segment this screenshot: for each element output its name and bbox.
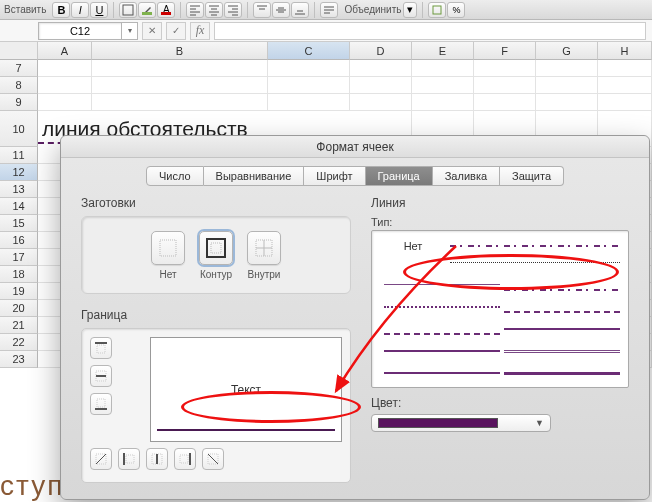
line-type-label: Тип: [371,216,629,228]
cell[interactable] [38,60,92,77]
row-header[interactable]: 20 [0,300,38,317]
preset-контур[interactable]: Контур [199,231,233,280]
valign-top-button[interactable] [253,2,271,18]
col-header[interactable]: C [268,42,350,60]
row-header[interactable]: 13 [0,181,38,198]
row-header[interactable]: 16 [0,232,38,249]
fx-button[interactable]: fx [190,22,210,40]
cell[interactable] [268,94,350,111]
border-vmid-button[interactable] [146,448,168,470]
confirm-formula-button[interactable]: ✓ [166,22,186,40]
row-header[interactable]: 17 [0,249,38,266]
bold-button[interactable]: B [52,2,70,18]
border-left-button[interactable] [118,448,140,470]
cell[interactable] [92,77,268,94]
border-diag-up-button[interactable] [90,448,112,470]
cell[interactable] [92,60,268,77]
col-header[interactable]: F [474,42,536,60]
cell[interactable] [268,60,350,77]
cell[interactable] [598,94,652,111]
line-none-option[interactable]: Нет [380,240,446,252]
preset-внутри[interactable]: Внутри [247,231,281,280]
cell[interactable] [474,94,536,111]
tab-граница[interactable]: Граница [366,166,433,186]
border-bottom-button[interactable] [90,393,112,415]
row-header[interactable]: 23 [0,351,38,368]
name-box[interactable]: C12 [38,22,122,40]
align-left-button[interactable] [186,2,204,18]
dialog-tabs: ЧислоВыравниваниеШрифтГраницаЗаливкаЗащи… [61,166,649,186]
cell[interactable] [350,60,412,77]
border-diag-down-button[interactable] [202,448,224,470]
merge-dropdown[interactable]: ▾ [403,2,417,18]
row-header[interactable]: 10 [0,111,38,147]
col-header[interactable]: B [92,42,268,60]
cell[interactable] [412,60,474,77]
borders-button[interactable] [119,2,137,18]
row-header[interactable]: 7 [0,60,38,77]
tab-выравнивание[interactable]: Выравнивание [204,166,305,186]
cell[interactable] [598,60,652,77]
cell[interactable] [536,94,598,111]
cell[interactable] [350,77,412,94]
cell[interactable] [38,77,92,94]
col-header[interactable]: H [598,42,652,60]
underline-button[interactable]: U [90,2,108,18]
row-header[interactable]: 12 [0,164,38,181]
cell[interactable] [412,77,474,94]
row-header[interactable]: 21 [0,317,38,334]
col-header[interactable]: D [350,42,412,60]
valign-bottom-button[interactable] [291,2,309,18]
select-all-corner[interactable] [0,42,38,60]
cell[interactable] [474,77,536,94]
cell[interactable] [536,77,598,94]
cell[interactable] [598,77,652,94]
formula-input[interactable] [214,22,646,40]
number-format-button[interactable] [428,2,446,18]
border-right-button[interactable] [174,448,196,470]
align-center-button[interactable] [205,2,223,18]
svg-rect-0 [123,5,133,15]
tab-шрифт[interactable]: Шрифт [304,166,365,186]
cell[interactable] [38,94,92,111]
row-header[interactable]: 19 [0,283,38,300]
cell[interactable] [412,94,474,111]
col-header[interactable]: G [536,42,598,60]
fill-color-button[interactable] [138,2,156,18]
row-header[interactable]: 18 [0,266,38,283]
valign-middle-button[interactable] [272,2,290,18]
line-section-label: Линия [371,196,629,210]
cell[interactable] [92,94,268,111]
align-right-button[interactable] [224,2,242,18]
col-header[interactable]: E [412,42,474,60]
italic-button[interactable]: I [71,2,89,18]
cell[interactable] [350,94,412,111]
border-section-label: Граница [81,308,351,322]
border-color-picker[interactable]: ▼ [371,414,551,432]
wrap-text-button[interactable] [320,2,338,18]
merge-label[interactable]: Объединить [344,4,401,15]
cell[interactable] [536,60,598,77]
cell[interactable] [474,60,536,77]
tab-число[interactable]: Число [146,166,204,186]
row-header[interactable]: 8 [0,77,38,94]
tab-заливка[interactable]: Заливка [433,166,500,186]
tab-защита[interactable]: Защита [500,166,564,186]
name-box-dropdown[interactable]: ▾ [122,22,138,40]
row-header[interactable]: 11 [0,147,38,164]
cell[interactable] [268,77,350,94]
col-header[interactable]: A [38,42,92,60]
row-header[interactable]: 15 [0,215,38,232]
percent-button[interactable]: % [447,2,465,18]
font-color-button[interactable]: A [157,2,175,18]
column-headers: A B C D E F G H [0,42,652,60]
border-top-button[interactable] [90,337,112,359]
preset-нет[interactable]: Нет [151,231,185,280]
line-style-list[interactable]: Нет [371,230,629,388]
row-header[interactable]: 14 [0,198,38,215]
row-header[interactable]: 22 [0,334,38,351]
border-hmid-button[interactable] [90,365,112,387]
cancel-formula-button[interactable]: ✕ [142,22,162,40]
svg-rect-2 [160,240,176,256]
row-header[interactable]: 9 [0,94,38,111]
